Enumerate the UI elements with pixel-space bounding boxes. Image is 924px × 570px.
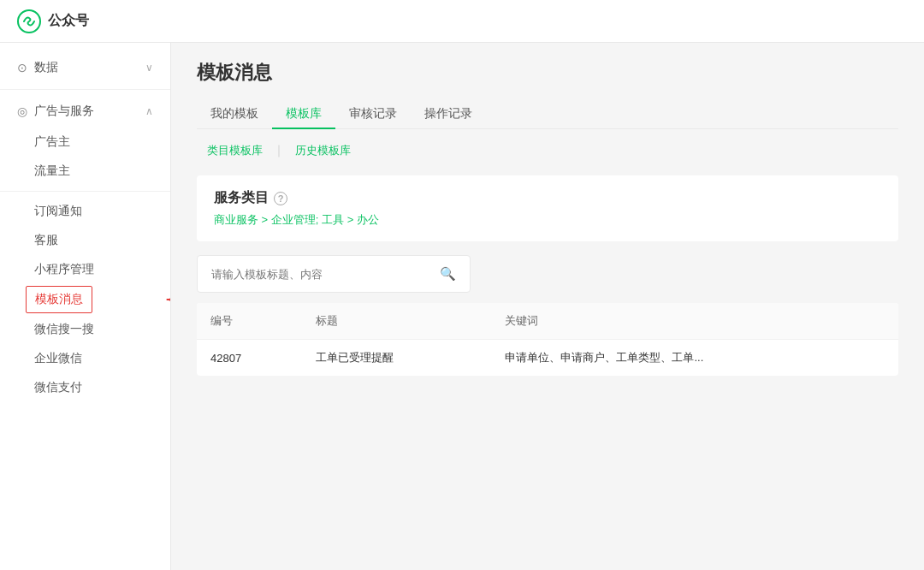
table-header: 编号 标题 关键词 <box>197 303 898 340</box>
sidebar-item-template-msg[interactable]: 模板消息 <box>26 286 92 313</box>
service-category-box: 服务类目 ? 商业服务 > 企业管理; 工具 > 办公 <box>197 175 898 241</box>
adservice-icon: ◎ <box>17 104 27 118</box>
cell-id: 42807 <box>197 340 302 377</box>
sidebar: ⊙ 数据 ∨ ◎ 广告与服务 ∧ 广告主 流量主 订阅通知 客服 小程序管理 模… <box>0 43 171 570</box>
sub-tab-category[interactable]: 类目模板库 <box>197 140 273 162</box>
page-title: 模板消息 <box>197 60 898 86</box>
service-path: 商业服务 > 企业管理; 工具 > 办公 <box>214 212 881 228</box>
divider-1 <box>0 89 170 90</box>
col-keywords: 关键词 <box>491 303 898 340</box>
search-input[interactable] <box>211 268 440 281</box>
sidebar-item-enterprise-weixin[interactable]: 企业微信 <box>0 344 170 373</box>
col-title: 标题 <box>302 303 492 340</box>
tab-my-templates[interactable]: 我的模板 <box>197 99 272 128</box>
logo: 公众号 <box>17 9 89 33</box>
content-inner: 模板消息 我的模板 模板库 审核记录 操作记录 类目模板库 ｜ 历史模板库 服务… <box>171 43 924 393</box>
sidebar-item-adservice[interactable]: ◎ 广告与服务 ∧ <box>0 95 170 128</box>
search-icon: 🔍 <box>440 266 456 282</box>
table-container: 编号 标题 关键词 42807 工单已受理提醒 申请单位、申请商户、工单类型、工… <box>197 303 898 376</box>
divider-2 <box>0 191 170 192</box>
tabs: 我的模板 模板库 审核记录 操作记录 <box>197 99 898 129</box>
sub-tab-divider: ｜ <box>273 140 285 162</box>
data-arrow: ∨ <box>145 62 153 74</box>
sub-tab-history[interactable]: 历史模板库 <box>285 140 361 162</box>
logo-text: 公众号 <box>48 12 89 30</box>
sidebar-active-wrapper: 模板消息 <box>0 284 170 315</box>
table-body: 42807 工单已受理提醒 申请单位、申请商户、工单类型、工单... <box>197 340 898 377</box>
sidebar-item-subscription[interactable]: 订阅通知 <box>0 197 170 226</box>
sidebar-item-traffic[interactable]: 流量主 <box>0 157 170 186</box>
content-area: 模板消息 我的模板 模板库 审核记录 操作记录 类目模板库 ｜ 历史模板库 服务… <box>171 43 924 570</box>
help-icon[interactable]: ? <box>274 192 287 205</box>
sub-tabs: 类目模板库 ｜ 历史模板库 <box>197 140 898 162</box>
service-title: 服务类目 ? <box>214 189 881 207</box>
sidebar-item-advertiser[interactable]: 广告主 <box>0 128 170 157</box>
sidebar-item-weixin-pay[interactable]: 微信支付 <box>0 373 170 402</box>
sidebar-item-weixin-search[interactable]: 微信搜一搜 <box>0 315 170 344</box>
search-box: 🔍 <box>197 255 471 293</box>
tab-template-library[interactable]: 模板库 <box>272 99 335 128</box>
sidebar-item-miniprogram[interactable]: 小程序管理 <box>0 255 170 284</box>
sidebar-item-data[interactable]: ⊙ 数据 ∨ <box>0 51 170 84</box>
main-layout: ⊙ 数据 ∨ ◎ 广告与服务 ∧ 广告主 流量主 订阅通知 客服 小程序管理 模… <box>0 43 924 570</box>
data-icon: ⊙ <box>17 61 27 74</box>
red-arrow-icon <box>161 291 171 308</box>
tab-operation-records[interactable]: 操作记录 <box>411 99 486 128</box>
col-id: 编号 <box>197 303 302 340</box>
logo-icon <box>17 9 41 33</box>
cell-title: 工单已受理提醒 <box>302 340 492 377</box>
adservice-arrow: ∧ <box>145 105 153 117</box>
sidebar-data-label: 数据 <box>34 60 58 75</box>
sidebar-item-customer-service[interactable]: 客服 <box>0 226 170 255</box>
sidebar-adservice-label: 广告与服务 <box>34 104 94 119</box>
topbar: 公众号 <box>0 0 924 43</box>
cell-keywords: 申请单位、申请商户、工单类型、工单... <box>491 340 898 377</box>
template-table: 编号 标题 关键词 42807 工单已受理提醒 申请单位、申请商户、工单类型、工… <box>197 303 898 376</box>
table-row: 42807 工单已受理提醒 申请单位、申请商户、工单类型、工单... <box>197 340 898 377</box>
tab-review-records[interactable]: 审核记录 <box>335 99 411 128</box>
